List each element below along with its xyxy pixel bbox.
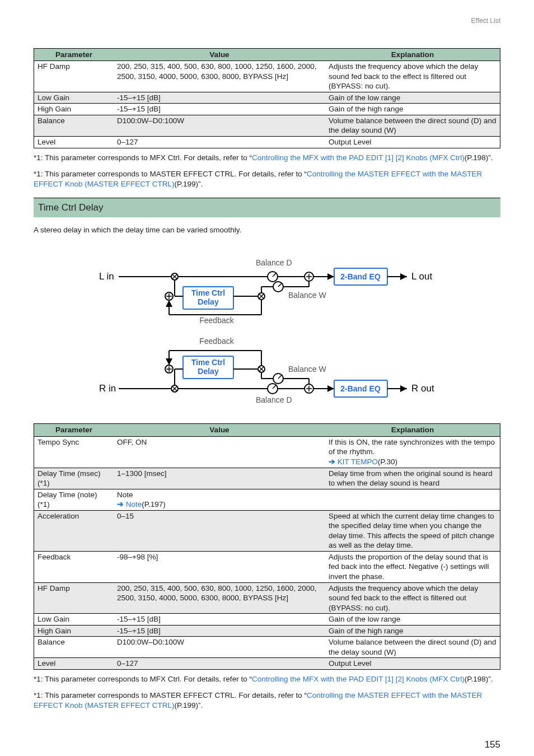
diagram-l-in: L in (99, 271, 114, 282)
th-value: Value (114, 424, 325, 437)
cell-value: -15–+15 [dB] (114, 104, 325, 115)
cell-expl: Adjusts the frequency above which the de… (325, 582, 500, 614)
header-label: Effect List (34, 17, 500, 26)
svg-text:2-Band EQ: 2-Band EQ (340, 384, 381, 393)
cell-value: -98–+98 [%] (114, 551, 325, 582)
parameter-table-1: Parameter Value Explanation HF Damp 200,… (34, 48, 500, 148)
cell-param: Balance (34, 115, 114, 136)
diagram-delay: Delay (198, 297, 219, 306)
cell-value: 200, 250, 315, 400, 500, 630, 800, 1000,… (114, 582, 325, 614)
svg-text:Feedback: Feedback (199, 337, 234, 346)
th-explanation: Explanation (325, 424, 500, 437)
cell-value: D100:0W–D0:100W (114, 637, 325, 658)
svg-text:Balance D: Balance D (256, 395, 292, 404)
cell-expl: Output Level (325, 136, 500, 148)
cell-expl: If this is ON, the rate synchronizes wit… (325, 436, 500, 468)
signal-flow-diagram: L in Time Ctrl Delay Balance W Balance D… (34, 243, 500, 414)
cell-value: -15–+15 [dB] (114, 625, 325, 637)
cell-expl: Speed at which the current delay time ch… (325, 510, 500, 551)
diagram-r-in: R in (99, 383, 116, 394)
diagram-feedback: Feedback (199, 316, 234, 325)
footnote-text: *1: This parameter corresponds to MFX Ct… (34, 675, 252, 683)
cell-param: Delay Time (msec) (*1) (34, 468, 114, 489)
footnote-text: *1: This parameter corresponds to MASTER… (34, 170, 307, 178)
svg-text:Balance W: Balance W (288, 365, 326, 374)
cell-value: 200, 250, 315, 400, 500, 630, 800, 1000,… (114, 61, 325, 92)
cell-expl: Gain of the low range (325, 614, 500, 626)
footnote-link[interactable]: Controlling the MFX with the PAD EDIT [1… (252, 153, 465, 162)
cell-expl: Output Level (325, 658, 500, 670)
diagram-r-out: R out (411, 383, 434, 394)
footnote-text: (P.198)”. (465, 153, 493, 162)
cell-param: Feedback (34, 551, 114, 582)
footnote-mfx: *1: This parameter corresponds to MFX Ct… (34, 153, 500, 163)
svg-text:Delay: Delay (198, 367, 219, 376)
cell-value: -15–+15 [dB] (114, 614, 325, 626)
cell-expl (325, 489, 500, 510)
diagram-time-ctrl: Time Ctrl (191, 288, 225, 297)
th-parameter: Parameter (34, 424, 114, 437)
th-parameter: Parameter (34, 48, 114, 61)
cell-param: Balance (34, 637, 114, 658)
link-kit-tempo[interactable]: KIT TEMPO (338, 458, 378, 466)
cell-value: 1–1300 [msec] (114, 468, 325, 489)
cell-param: Tempo Sync (34, 436, 114, 468)
cell-expl: Gain of the high range (325, 625, 500, 637)
page-number: 155 (34, 739, 500, 751)
parameter-table-2: Parameter Value Explanation Tempo Sync O… (34, 423, 500, 670)
cell-param: High Gain (34, 104, 114, 115)
footnote-text: (P.199)”. (175, 180, 203, 188)
cell-param: Level (34, 658, 114, 670)
arrow-right-icon: ➔ (329, 458, 338, 466)
cell-expl: Volume balance between the direct sound … (325, 115, 500, 136)
diagram-balance-w: Balance W (288, 291, 326, 300)
section-intro: A stereo delay in which the delay time c… (34, 225, 500, 235)
footnote-master: *1: This parameter corresponds to MASTER… (34, 690, 500, 710)
cell-value: -15–+15 [dB] (114, 92, 325, 104)
th-explanation: Explanation (325, 48, 500, 61)
cell-expl: Adjusts the frequency above which the de… (325, 61, 500, 92)
footnote-master: *1: This parameter corresponds to MASTER… (34, 169, 500, 189)
cell-value: 0–127 (114, 136, 325, 148)
cell-expl: Delay time from when the original sound … (325, 468, 500, 489)
footnote-text: *1: This parameter corresponds to MFX Ct… (34, 153, 252, 162)
footnote-text: (P.199)”. (175, 701, 203, 710)
footnote-link[interactable]: Controlling the MFX with the PAD EDIT [1… (252, 675, 465, 683)
cell-param: Level (34, 136, 114, 148)
cell-value: OFF, ON (114, 436, 325, 468)
arrow-right-icon: ➔ (117, 500, 126, 508)
cell-value: D100:0W–D0:100W (114, 115, 325, 136)
cell-param: Delay Time (note) (*1) (34, 489, 114, 510)
cell-expl: Gain of the high range (325, 104, 500, 115)
cell-param: Acceleration (34, 510, 114, 551)
cell-param: HF Damp (34, 61, 114, 92)
cell-param: HF Damp (34, 582, 114, 614)
footnote-text: *1: This parameter corresponds to MASTER… (34, 691, 307, 699)
footnote-mfx: *1: This parameter corresponds to MFX Ct… (34, 674, 500, 684)
link-note[interactable]: Note (126, 500, 142, 508)
diagram-balance-d: Balance D (256, 258, 292, 267)
cell-value: 0–15 (114, 510, 325, 551)
section-heading: Time Ctrl Delay (34, 198, 500, 217)
th-value: Value (114, 48, 325, 61)
diagram-l-out: L out (411, 271, 432, 282)
cell-param: Low Gain (34, 92, 114, 104)
cell-value: Note ➔ Note(P.197) (114, 489, 325, 510)
svg-text:Time Ctrl: Time Ctrl (191, 358, 225, 367)
cell-expl: Adjusts the proportion of the delay soun… (325, 551, 500, 582)
cell-expl: Volume balance between the direct sound … (325, 637, 500, 658)
cell-expl: Gain of the low range (325, 92, 500, 104)
footnote-text: (P.198)”. (465, 675, 493, 683)
cell-param: High Gain (34, 625, 114, 637)
cell-value: 0–127 (114, 658, 325, 670)
diagram-band-eq: 2-Band EQ (340, 272, 381, 281)
cell-param: Low Gain (34, 614, 114, 626)
